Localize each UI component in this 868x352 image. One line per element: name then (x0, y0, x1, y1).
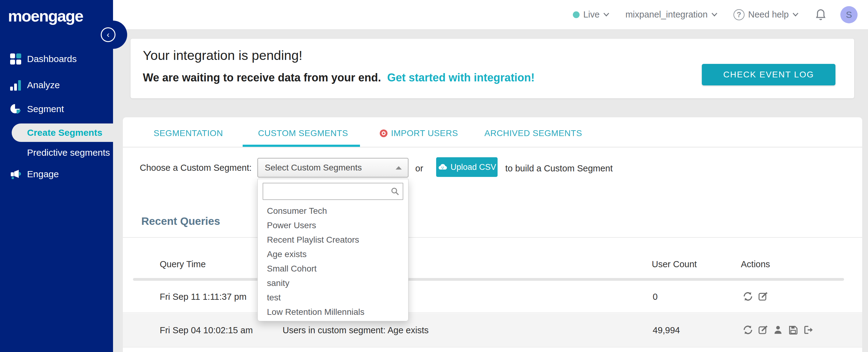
active-tab-underline (243, 145, 360, 147)
dropdown-option[interactable]: sanity (258, 276, 408, 290)
choose-custom-segment-label: Choose a Custom Segment: (140, 163, 252, 173)
segment-search-input[interactable] (262, 183, 403, 200)
user-icon (773, 325, 783, 335)
query-cell: Users in custom segment: Age exists (283, 325, 429, 335)
tab-import-users[interactable]: IMPORT USERS (379, 128, 458, 138)
query-time-cell: Fri Sep 11 1:11:37 pm (160, 292, 247, 302)
main-panel: SEGMENTATION CUSTOM SEGMENTS IMPORT USER… (123, 117, 862, 352)
search-icon (391, 187, 400, 196)
custom-segments-select[interactable]: Select Custom Segments (257, 158, 408, 178)
chevron-down-icon (793, 12, 799, 17)
chevron-left-icon: ‹ (106, 30, 110, 39)
tab-archived-segments[interactable]: ARCHIVED SEGMENTS (484, 128, 582, 138)
sidebar-item-create-segments[interactable]: Create Segments (12, 124, 113, 142)
refresh-action-button[interactable] (743, 325, 753, 335)
edit-icon (758, 325, 768, 335)
analyze-icon (10, 79, 21, 91)
banner-title: Your integration is pending! (143, 48, 303, 63)
sidebar-item-label: Create Segments (27, 127, 102, 138)
export-action-button[interactable] (803, 325, 813, 335)
dropdown-options: Consumer Tech Power Users Recent Playlis… (258, 204, 408, 319)
sidebar-item-label: Segment (27, 104, 64, 114)
tab-label: SEGMENTATION (154, 128, 223, 138)
column-header-actions: Actions (741, 259, 770, 269)
workspace-dropdown[interactable]: mixpanel_integration (625, 9, 717, 20)
tab-segmentation[interactable]: SEGMENTATION (154, 128, 223, 138)
tab-custom-segments[interactable]: CUSTOM SEGMENTS (258, 128, 348, 138)
save-action-button[interactable] (788, 325, 798, 335)
edit-action-button[interactable] (758, 291, 768, 301)
sidebar-item-label: Analyze (27, 80, 60, 90)
chevron-down-icon (711, 12, 717, 17)
section-divider (123, 237, 862, 238)
banner-subtitle: We are waiting to receive data from your… (143, 71, 535, 84)
edit-action-button[interactable] (758, 325, 768, 335)
sidebar: moengage Dashboards Analyze Segment Crea… (0, 0, 113, 352)
row-actions (743, 325, 813, 335)
top-header: Live mixpanel_integration ? Need help S (113, 0, 868, 29)
caret-up-icon (396, 166, 402, 169)
column-header-user-count: User Count (652, 259, 697, 269)
upload-csv-button[interactable]: Upload CSV (436, 157, 498, 177)
user-avatar[interactable]: S (840, 6, 858, 23)
select-value: Select Custom Segments (265, 163, 362, 172)
refresh-icon (743, 291, 753, 301)
cloud-upload-icon (438, 162, 447, 172)
page: Live mixpanel_integration ? Need help S … (0, 0, 868, 352)
save-icon (788, 325, 798, 335)
view-users-action-button[interactable] (773, 325, 783, 335)
banner-subtitle-text: We are waiting to receive data from your… (143, 71, 381, 84)
collapse-sidebar-button[interactable]: ‹ (101, 27, 116, 42)
custom-segments-dropdown: Consumer Tech Power Users Recent Playlis… (257, 179, 408, 321)
dropdown-option[interactable]: Age exists (258, 247, 408, 261)
sidebar-item-label: Dashboards (27, 54, 77, 64)
user-count-cell: 49,994 (653, 325, 680, 335)
workspace-name: mixpanel_integration (625, 9, 708, 20)
column-header-query-time: Query Time (160, 259, 206, 269)
row-actions (743, 291, 768, 301)
dropdown-option[interactable]: Low Retention Millennials (258, 305, 408, 319)
tabs-divider (123, 147, 862, 148)
notifications-bell-icon[interactable] (814, 8, 827, 21)
edit-icon (758, 291, 768, 301)
check-event-log-button[interactable]: CHECK EVENT LOG (702, 64, 835, 85)
sidebar-item-segment[interactable]: Segment (0, 99, 113, 119)
table-row: Fri Sep 11 1:11:37 pm 0 (123, 281, 862, 313)
chevron-down-icon (603, 12, 609, 17)
moengage-logo: moengage (8, 7, 83, 25)
dropdown-option[interactable]: Small Cohort (258, 261, 408, 276)
export-icon (803, 325, 813, 335)
or-text: or (415, 163, 423, 173)
refresh-icon (743, 325, 753, 335)
table-horizontal-scrollbar[interactable] (133, 278, 844, 281)
live-status-dot (573, 11, 580, 18)
segment-search (262, 183, 403, 200)
tab-label: ARCHIVED SEGMENTS (484, 128, 582, 138)
dropdown-option[interactable]: Consumer Tech (258, 204, 408, 218)
sidebar-item-analyze[interactable]: Analyze (0, 75, 113, 95)
dropdown-option[interactable]: Recent Playlist Creators (258, 232, 408, 247)
tab-label: IMPORT USERS (391, 128, 458, 138)
dropdown-option[interactable]: test (258, 290, 408, 305)
query-time-cell: Fri Sep 04 10:02:15 am (160, 325, 253, 335)
help-label: Need help (748, 9, 789, 20)
environment-dropdown[interactable]: Live (573, 9, 609, 20)
sidebar-item-label: Engage (27, 169, 59, 180)
user-count-cell: 0 (653, 292, 658, 302)
sidebar-item-dashboards[interactable]: Dashboards (0, 49, 113, 69)
help-dropdown[interactable]: ? Need help (734, 9, 799, 20)
environment-label: Live (583, 9, 599, 20)
sidebar-item-engage[interactable]: Engage (0, 164, 113, 184)
build-suffix-text: to build a Custom Segment (505, 163, 613, 173)
import-users-badge-icon (379, 129, 388, 138)
get-started-link[interactable]: Get started with integration! (387, 71, 535, 84)
sidebar-item-predictive-segments[interactable]: Predictive segments (27, 148, 110, 159)
upload-csv-label: Upload CSV (451, 162, 496, 172)
dropdown-option[interactable]: Power Users (258, 218, 408, 232)
engage-megaphone-icon (10, 169, 21, 180)
question-circle-icon: ? (734, 9, 745, 20)
segment-pie-icon (10, 103, 21, 115)
tab-label: CUSTOM SEGMENTS (258, 128, 348, 138)
refresh-action-button[interactable] (743, 291, 753, 301)
table-row: Fri Sep 04 10:02:15 am Users in custom s… (123, 313, 862, 347)
